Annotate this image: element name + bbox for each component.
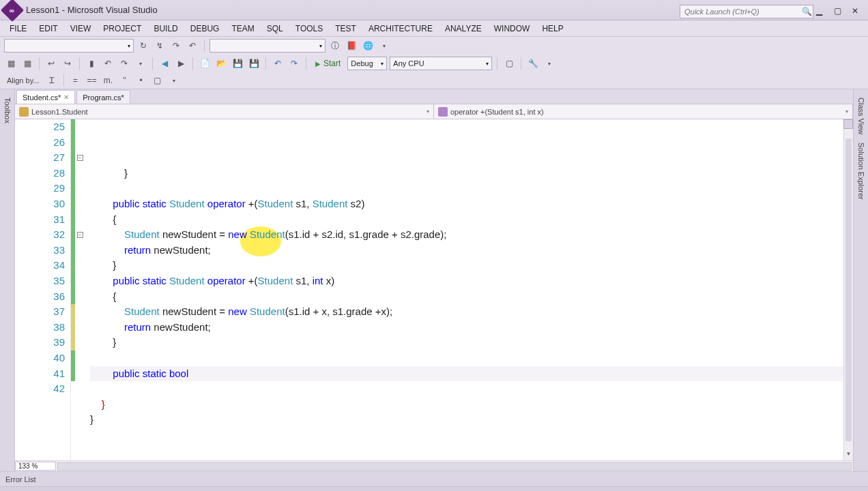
close-button[interactable]: ✕ xyxy=(852,6,860,14)
eq2-icon[interactable]: == xyxy=(85,74,99,87)
toolbar-combo-empty[interactable]: ▾ xyxy=(4,39,134,53)
split-box[interactable] xyxy=(843,119,853,129)
navigation-bar: Lesson1.Student▾ operator +(Student s1, … xyxy=(15,104,853,119)
step-icon[interactable]: ↯ xyxy=(153,39,167,53)
save-icon[interactable]: 💾 xyxy=(231,57,244,70)
eq-icon[interactable]: = xyxy=(69,74,83,87)
member-nav-combo[interactable]: operator +(Student s1, int x)▾ xyxy=(434,104,853,119)
save-all-icon[interactable]: 💾 xyxy=(247,57,261,70)
menu-sql[interactable]: SQL xyxy=(261,22,289,35)
menu-analyze[interactable]: ANALYZE xyxy=(439,22,487,35)
menu-tools[interactable]: TOOLS xyxy=(290,22,328,35)
platform-combo[interactable]: Any CPU▾ xyxy=(390,57,492,70)
line-number-gutter: 252627282930313233343536373839404142 xyxy=(15,119,71,460)
redo-icon[interactable]: ↷ xyxy=(117,57,131,70)
dropdown-3-icon[interactable]: ▾ xyxy=(134,57,147,70)
menu-architecture[interactable]: ARCHITECTURE xyxy=(363,22,438,35)
editor-footer: 133 % xyxy=(15,460,853,471)
error-list-panel[interactable]: Error List xyxy=(0,471,868,486)
horizontal-scrollbar[interactable] xyxy=(57,462,852,471)
step-out-icon[interactable]: ↶ xyxy=(186,39,199,53)
menu-file[interactable]: FILE xyxy=(4,22,32,35)
quick-launch[interactable]: 🔍 xyxy=(680,5,813,18)
undo-icon[interactable]: ↶ xyxy=(101,57,115,70)
menu-test[interactable]: TEST xyxy=(330,22,362,35)
refresh-icon[interactable]: ↻ xyxy=(136,39,150,53)
nav-fwd2-icon[interactable]: ▶ xyxy=(174,57,188,70)
solution-explorer-tab[interactable]: Solution Explorer xyxy=(857,138,865,204)
quote-icon[interactable]: " xyxy=(118,74,132,87)
fold-toggle[interactable]: − xyxy=(77,232,83,238)
file-tab[interactable]: Student.cs*✕ xyxy=(16,90,75,104)
file-tab[interactable]: Program.cs* xyxy=(76,90,130,104)
box2-icon[interactable]: ▢ xyxy=(151,74,164,87)
dropdown-5-icon[interactable]: ▾ xyxy=(167,74,181,87)
class-icon xyxy=(19,107,29,117)
menu-project[interactable]: PROJECT xyxy=(98,22,147,35)
code-editor[interactable]: 252627282930313233343536373839404142 −− … xyxy=(15,119,853,460)
m-icon[interactable]: m. xyxy=(102,74,115,87)
find-icon[interactable]: 🔧 xyxy=(526,57,540,70)
redo2-icon[interactable]: ↷ xyxy=(287,57,301,70)
title-bar: ∞ Lesson1 - Microsoft Visual Studio 🔍 ▁ … xyxy=(0,0,868,20)
menu-edit[interactable]: EDIT xyxy=(33,22,63,35)
add-item-icon[interactable]: ▦ xyxy=(20,57,34,70)
start-button[interactable]: ▶Start xyxy=(311,56,345,71)
toolbar-combo-2[interactable]: ▾ xyxy=(209,39,326,53)
menu-bar: FILEEDITVIEWPROJECTBUILDDEBUGTEAMSQLTOOL… xyxy=(0,20,868,37)
nav-back-icon[interactable]: ↩ xyxy=(44,57,58,70)
align-by-button[interactable]: Align by... xyxy=(4,76,42,85)
nav-back2-icon[interactable]: ◀ xyxy=(158,57,171,70)
toolbox-tab[interactable]: Toolbox xyxy=(3,93,12,128)
menu-build[interactable]: BUILD xyxy=(148,22,183,35)
menu-team[interactable]: TEAM xyxy=(226,22,259,35)
dropdown-icon[interactable]: ▾ xyxy=(377,39,391,53)
globe-icon[interactable]: 🌐 xyxy=(361,39,375,53)
menu-debug[interactable]: DEBUG xyxy=(185,22,225,35)
step-over-icon[interactable]: ↷ xyxy=(169,39,183,53)
scroll-down-icon[interactable]: ▼ xyxy=(844,451,853,460)
menu-view[interactable]: VIEW xyxy=(65,22,97,35)
config-combo[interactable]: Debug▾ xyxy=(347,57,387,70)
vs-logo-icon: ∞ xyxy=(1,0,24,21)
left-panel: Toolbox xyxy=(0,89,15,471)
new-file-icon[interactable]: 📄 xyxy=(198,57,212,70)
close-icon[interactable]: ✕ xyxy=(63,93,69,101)
file-tabs: Student.cs*✕Program.cs* xyxy=(15,89,853,104)
cursor-icon[interactable]: Ꮖ xyxy=(45,74,59,87)
method-icon xyxy=(438,107,448,117)
status-bar: Build succeeded Ln 38 Col 28 Ch 28 INS xyxy=(0,486,868,491)
fold-column: −− xyxy=(75,119,85,460)
undo2-icon[interactable]: ↶ xyxy=(271,57,285,70)
menu-help[interactable]: HELP xyxy=(536,22,568,35)
maximize-button[interactable]: ▢ xyxy=(834,6,842,14)
search-icon: 🔍 xyxy=(800,7,813,16)
layout-icon[interactable]: ▢ xyxy=(502,57,516,70)
right-panel: Class View Solution Explorer xyxy=(853,89,868,471)
info-icon[interactable]: ⓘ xyxy=(328,39,342,53)
dot-icon[interactable]: • xyxy=(134,74,148,87)
new-item-icon[interactable]: ▦ xyxy=(4,57,18,70)
nav-fwd-icon[interactable]: ↪ xyxy=(61,57,74,70)
open-file-icon[interactable]: 📂 xyxy=(214,57,228,70)
minimize-button[interactable]: ▁ xyxy=(816,6,824,14)
menu-window[interactable]: WINDOW xyxy=(489,22,536,35)
book-icon[interactable]: 📕 xyxy=(345,39,358,53)
scrollbar-thumb[interactable] xyxy=(845,138,852,441)
vertical-scrollbar[interactable]: ▲ ▼ xyxy=(843,119,853,460)
class-nav-combo[interactable]: Lesson1.Student▾ xyxy=(15,104,434,119)
toolbars: ▾ ↻ ↯ ↷ ↶ ▾ ⓘ 📕 🌐 ▾ ▦ ▦ ↩ ↪ ▮ ↶ ↷ ▾ ◀ ▶ … xyxy=(0,37,868,89)
quick-launch-input[interactable] xyxy=(680,8,800,16)
code-content[interactable]: } public static Student operator +(Stude… xyxy=(85,119,843,460)
dropdown-4-icon[interactable]: ▾ xyxy=(542,57,556,70)
pause-icon[interactable]: ▮ xyxy=(85,57,98,70)
class-view-tab[interactable]: Class View xyxy=(857,93,865,138)
zoom-combo[interactable]: 133 % xyxy=(15,462,56,471)
fold-toggle[interactable]: − xyxy=(77,155,83,161)
